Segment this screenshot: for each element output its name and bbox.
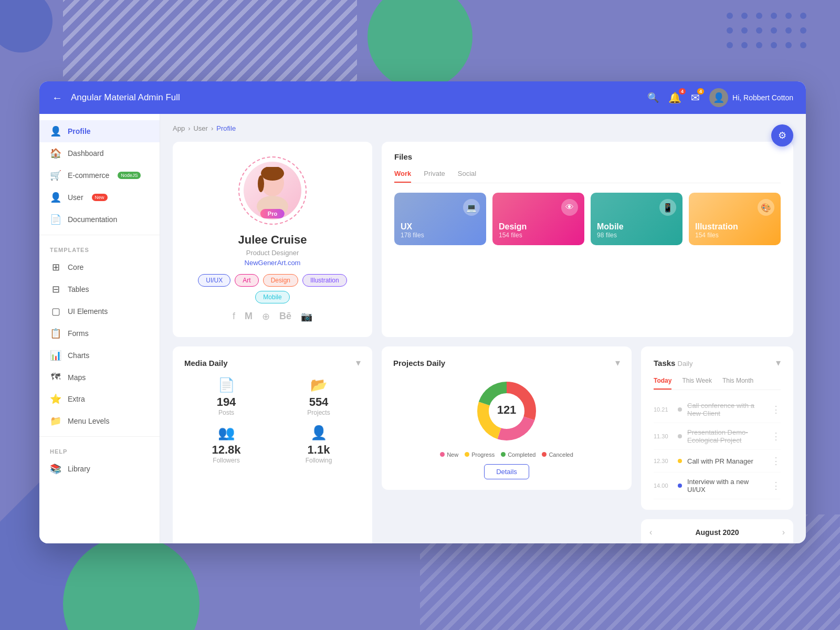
legend-canceled: Canceled <box>542 452 573 458</box>
calendar-header: ‹ August 2020 › <box>649 528 785 537</box>
sidebar-item-ui-label: UI Elements <box>68 307 108 316</box>
task-more-2[interactable]: ⋮ <box>771 430 781 442</box>
folder-mobile[interactable]: 📱 Mobile 98 files <box>591 193 682 245</box>
notifications-button[interactable]: 🔔 4 <box>668 91 681 104</box>
tag-design[interactable]: Design <box>263 274 298 287</box>
sidebar-item-library[interactable]: 📚 Library <box>39 458 160 480</box>
dribbble-icon[interactable]: ⊕ <box>262 311 270 322</box>
projects-daily-card: Projects Daily ▾ <box>382 346 632 490</box>
details-button[interactable]: Details <box>484 464 529 479</box>
sidebar-item-profile[interactable]: 👤 Profile <box>39 120 160 142</box>
main-content: App › User › Profile ⚙ <box>160 114 806 543</box>
sidebar-item-maps-label: Maps <box>68 373 86 382</box>
stat-followers: 👥 12.8k Followers <box>184 425 268 464</box>
task-more-3[interactable]: ⋮ <box>771 455 781 467</box>
user-menu[interactable]: 👤 Hi, Robbert Cotton <box>709 88 793 107</box>
profile-website[interactable]: NewGenerArt.com <box>185 259 360 267</box>
folder-illustration[interactable]: 🎨 Illustration 154 files <box>689 193 781 245</box>
files-tabs: Work Private Social <box>394 170 781 183</box>
sidebar-item-user[interactable]: 👤 User New <box>39 186 160 208</box>
breadcrumb-active: Profile <box>216 124 236 132</box>
sidebar-item-ecommerce[interactable]: 🛒 E-commerce NodeJS <box>39 164 160 186</box>
messages-button[interactable]: ✉ 4 <box>691 91 700 104</box>
search-icon[interactable]: 🔍 <box>647 92 659 103</box>
tab-work[interactable]: Work <box>394 170 411 183</box>
sidebar-item-forms[interactable]: 📋 Forms <box>39 322 160 344</box>
tag-uiux[interactable]: UI/UX <box>198 274 230 287</box>
tab-this-week[interactable]: This Week <box>682 377 711 390</box>
folder-ux-name: UX <box>401 222 480 232</box>
messages-badge: 4 <box>697 88 704 94</box>
body: 👤 Profile 🏠 Dashboard 🛒 E-commerce NodeJ… <box>39 114 806 543</box>
tag-art[interactable]: Art <box>235 274 258 287</box>
task-dot-2 <box>678 434 682 438</box>
following-icon: 👤 <box>277 425 361 441</box>
tasks-card: Tasks Daily ▾ Today This Week This Month… <box>641 346 793 510</box>
svg-text:121: 121 <box>497 403 517 416</box>
task-text-1: Call conference with a New Client <box>687 402 766 417</box>
breadcrumb: App › User › Profile <box>173 124 793 132</box>
tasks-dropdown[interactable]: ▾ <box>776 357 781 369</box>
sidebar-item-documentation-label: Documentation <box>68 215 117 224</box>
cal-next-button[interactable]: › <box>782 528 785 537</box>
tasks-list: 10.21 Call conference with a New Client … <box>654 396 781 499</box>
sidebar-item-extra[interactable]: ⭐ Extra <box>39 388 160 410</box>
sidebar-item-core-label: Core <box>68 263 83 271</box>
tab-private[interactable]: Private <box>424 170 445 183</box>
folder-design-count: 154 files <box>499 232 578 239</box>
sidebar-item-tables[interactable]: ⊟ Tables <box>39 278 160 300</box>
maps-icon: 🗺 <box>50 372 61 383</box>
tab-social[interactable]: Social <box>458 170 476 183</box>
sidebar-item-ui-elements[interactable]: ▢ UI Elements <box>39 300 160 322</box>
media-card-header: Media Daily ▾ <box>184 357 361 369</box>
folder-ux[interactable]: 💻 UX 178 files <box>394 193 486 245</box>
back-button[interactable]: ← <box>52 92 62 104</box>
sidebar-item-core[interactable]: ⊞ Core <box>39 256 160 278</box>
settings-fab[interactable]: ⚙ <box>771 124 793 146</box>
facebook-icon[interactable]: f <box>233 311 235 322</box>
profile-card: Pro Julee Cruise Product Designer NewGen… <box>173 142 372 337</box>
following-value: 1.1k <box>277 443 361 457</box>
breadcrumb-separator-1: › <box>188 124 190 132</box>
folder-design[interactable]: 👁 Design 154 files <box>492 193 584 245</box>
sidebar-item-ecommerce-label: E-commerce <box>68 171 109 180</box>
breadcrumb-app[interactable]: App <box>173 124 185 132</box>
donut-legend: New Progress Completed Canceled <box>440 452 573 458</box>
files-card: Files Work Private Social 💻 UX 178 files <box>382 142 793 337</box>
tab-this-month[interactable]: This Month <box>722 377 753 390</box>
task-item-3: 12.30 Call with PR Manager ⋮ <box>654 450 781 472</box>
profile-tags: UI/UX Art Design Illustration Mobile <box>185 274 360 303</box>
middle-column: Projects Daily ▾ <box>382 346 632 543</box>
instagram-icon[interactable]: 📷 <box>301 311 312 322</box>
files-title: Files <box>394 152 412 161</box>
task-more-1[interactable]: ⋮ <box>771 404 781 415</box>
sidebar-item-dashboard[interactable]: 🏠 Dashboard <box>39 142 160 164</box>
folder-mobile-name: Mobile <box>597 222 676 232</box>
profile-title: Product Designer <box>185 249 360 257</box>
folder-illus-icon: 🎨 <box>758 199 774 216</box>
sidebar-item-extra-label: Extra <box>68 395 85 403</box>
task-time-2: 11.30 <box>654 433 673 439</box>
sidebar-item-documentation[interactable]: 📄 Documentation <box>39 208 160 230</box>
tag-illustration[interactable]: Illustration <box>302 274 347 287</box>
sidebar-item-menu-levels[interactable]: 📁 Menu Levels <box>39 410 160 432</box>
legend-progress: Progress <box>465 452 495 458</box>
behance-icon[interactable]: Bē <box>279 311 291 322</box>
sidebar-item-maps[interactable]: 🗺 Maps <box>39 366 160 388</box>
tab-today[interactable]: Today <box>654 377 671 390</box>
media-dropdown[interactable]: ▾ <box>356 357 361 369</box>
folder-ux-count: 178 files <box>401 232 480 239</box>
legend-completed: Completed <box>501 452 536 458</box>
grid-icon: ⊞ <box>50 261 61 273</box>
projects-dropdown[interactable]: ▾ <box>615 357 620 369</box>
breadcrumb-separator-2: › <box>211 124 213 132</box>
tag-mobile[interactable]: Mobile <box>255 291 289 303</box>
task-time-3: 12.30 <box>654 458 673 464</box>
medium-icon[interactable]: M <box>245 311 253 322</box>
task-more-4[interactable]: ⋮ <box>771 480 781 491</box>
avatar: 👤 <box>709 88 728 107</box>
cal-prev-button[interactable]: ‹ <box>649 528 652 537</box>
sidebar-item-charts[interactable]: 📊 Charts <box>39 344 160 366</box>
breadcrumb-user[interactable]: User <box>193 124 207 132</box>
nodejs-badge: NodeJS <box>118 172 141 179</box>
